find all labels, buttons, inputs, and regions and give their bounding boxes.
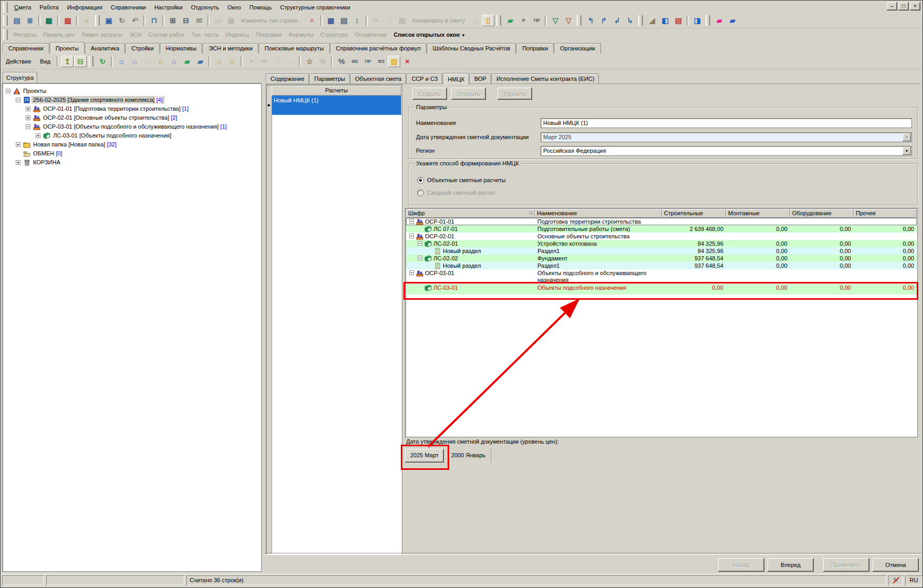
forward-button[interactable]: Вперед bbox=[768, 558, 814, 572]
index-percent-icon[interactable]: % bbox=[335, 56, 348, 67]
collapse-icon[interactable]: − bbox=[409, 270, 414, 275]
page-p-icon[interactable]: P bbox=[245, 56, 257, 67]
panel-toggle-тех-часть[interactable]: Тех. часть bbox=[188, 30, 222, 39]
toolbar-grip[interactable] bbox=[577, 15, 582, 26]
copy-page-icon[interactable]: □ bbox=[469, 15, 481, 26]
tree-item-label[interactable]: Проекты bbox=[22, 88, 47, 94]
workspace-tab[interactable]: Стройки bbox=[126, 43, 159, 54]
pink-book-icon[interactable]: ▰ bbox=[713, 15, 725, 26]
new-folder-icon[interactable]: ▨ bbox=[388, 56, 400, 67]
menu-item[interactable]: Помощь bbox=[245, 3, 276, 12]
tree-add-node-icon[interactable]: ≣ bbox=[24, 15, 36, 26]
view-menu[interactable]: Вид bbox=[36, 57, 55, 66]
indent-last-icon[interactable]: ↳ bbox=[624, 15, 636, 26]
print-rows-icon[interactable]: ▭ bbox=[212, 15, 224, 26]
column-header-values[interactable]: Монтажные bbox=[726, 209, 790, 218]
close-button[interactable]: × bbox=[910, 2, 920, 10]
table-row[interactable]: ЛС-03-01Объекты подсобного назначения0,0… bbox=[406, 284, 917, 295]
page-p-icon[interactable]: P bbox=[517, 15, 530, 26]
column-header-name[interactable]: Наименование bbox=[535, 209, 662, 218]
page-pr-icon[interactable]: ПР bbox=[530, 15, 543, 26]
table-row[interactable]: Новый разделРаздел1937 648,540,000,000,0… bbox=[406, 262, 917, 269]
column-header-values[interactable]: Оборудование bbox=[790, 209, 854, 218]
expand-icon[interactable]: + bbox=[26, 116, 30, 120]
minimize-button[interactable]: – bbox=[887, 2, 897, 10]
open-windows-button[interactable]: Список открытых окон▼ bbox=[390, 30, 469, 39]
copy-icon[interactable]: □ bbox=[383, 15, 396, 26]
menu-item[interactable]: Работа bbox=[35, 3, 63, 12]
machines-truck-icon[interactable]: ◧ bbox=[659, 15, 671, 26]
calc-list-header[interactable]: Расчеты bbox=[272, 86, 401, 96]
outdent-first-icon[interactable]: ↰ bbox=[584, 15, 597, 26]
materials-bricks-icon[interactable]: ▤ bbox=[672, 15, 685, 26]
copy-to-estimate-button[interactable]: Копировать в смету bbox=[409, 16, 469, 25]
combo-region[interactable]: Российская Федерация▼ bbox=[541, 146, 912, 156]
radio-option[interactable]: Сводный сметный расчет bbox=[417, 189, 495, 196]
toolbar-grip[interactable] bbox=[3, 15, 8, 26]
panel-toggle-панель-цен[interactable]: Панель цен bbox=[40, 30, 77, 39]
expand-icon[interactable]: + bbox=[16, 142, 20, 147]
apply-button[interactable]: Применить bbox=[823, 558, 869, 572]
menu-item[interactable]: Справочники bbox=[107, 3, 150, 12]
table-row[interactable]: −ЛС-02-02Фундамент937 648,540,000,000,00 bbox=[406, 255, 917, 262]
menu-item[interactable]: Отдохнуть bbox=[187, 3, 224, 12]
column-header-code[interactable]: Шифр△ bbox=[406, 209, 535, 218]
expand-icon[interactable]: + bbox=[26, 107, 30, 111]
tree-item-label[interactable]: Новая папка [Новая папка][32] bbox=[32, 141, 118, 148]
tree-item-label[interactable]: 256-02-2025 [Здание спортивного комплекс… bbox=[32, 97, 164, 103]
fz-page-icon[interactable]: ФЗ bbox=[375, 56, 387, 67]
workspace-tab[interactable]: Нормативы bbox=[160, 43, 203, 54]
panel-toggle-эсн[interactable]: ЭСН bbox=[126, 30, 145, 39]
open-button[interactable]: Открыть bbox=[451, 88, 486, 100]
radio-icon[interactable] bbox=[417, 177, 424, 184]
tree-item-label[interactable]: КОРЗИНА bbox=[32, 159, 61, 165]
objects-icon[interactable]: ⌂ bbox=[128, 56, 141, 67]
filter-edit-icon[interactable]: ▽ bbox=[549, 15, 562, 26]
house-export-icon[interactable]: ⌂ bbox=[226, 56, 238, 67]
detail-tab[interactable]: Объектная смета bbox=[350, 74, 407, 83]
filter-clear-icon[interactable]: ▽ bbox=[562, 15, 575, 26]
calc-list-item[interactable]: Новый НМЦК (1) bbox=[272, 96, 401, 115]
indent-icon[interactable]: ↲ bbox=[610, 15, 623, 26]
panel-toggle-формулы[interactable]: Формулы bbox=[285, 30, 317, 39]
search-people-icon[interactable]: ☆ bbox=[303, 56, 316, 67]
insert-row-pr-icon[interactable]: ⊟ bbox=[180, 15, 192, 26]
workspace-tab[interactable]: Справочники bbox=[3, 43, 49, 54]
tree-item[interactable]: +Новая папка [Новая папка][32] bbox=[3, 140, 261, 149]
insert-row-p-icon[interactable]: ⊞ bbox=[167, 15, 179, 26]
maximize-button[interactable]: □ bbox=[898, 2, 909, 10]
tree-item-label[interactable]: ОСР-02-01 [Основные объекты строительств… bbox=[42, 114, 178, 121]
detail-tab[interactable]: ВОР bbox=[470, 74, 491, 83]
workspace-tab[interactable]: Шаблоны Сводных Расчётов bbox=[427, 43, 516, 54]
toolbar-grip[interactable] bbox=[706, 15, 710, 26]
expand-icon[interactable]: + bbox=[16, 160, 20, 165]
tree-item[interactable]: +ЛС-03-01 [Объекты подсобного назначения… bbox=[3, 131, 261, 140]
menu-item[interactable]: Смета bbox=[10, 3, 35, 12]
workspace-tab[interactable]: Аналитика bbox=[85, 43, 125, 54]
move-down-icon[interactable]: ↓ bbox=[284, 56, 297, 67]
detail-tab[interactable]: НМЦК bbox=[443, 73, 469, 84]
cut-icon[interactable]: ✂ bbox=[370, 15, 382, 26]
folder-collapse-icon[interactable]: ⊟ bbox=[74, 56, 87, 67]
outdent-icon[interactable]: ↱ bbox=[597, 15, 610, 26]
column-header-values[interactable]: Строительные bbox=[662, 209, 726, 218]
paste-clipboard-icon[interactable]: ▯ bbox=[482, 15, 494, 26]
tab-structure[interactable]: Структура bbox=[3, 72, 37, 83]
workspace-tab[interactable]: Поправки bbox=[516, 43, 554, 54]
collapse-icon[interactable]: − bbox=[418, 256, 422, 260]
tree-item[interactable]: −256-02-2025 [Здание спортивного комплек… bbox=[3, 96, 261, 104]
toolbar-grip[interactable] bbox=[95, 15, 100, 26]
combo-approval-date[interactable]: Март 2025▼ bbox=[541, 132, 912, 142]
export-object-icon[interactable]: ⌂ bbox=[168, 56, 180, 67]
collapse-icon[interactable]: − bbox=[409, 219, 414, 224]
export-estimate-icon[interactable]: ▰ bbox=[194, 56, 206, 67]
detail-tab[interactable]: Содержание bbox=[266, 74, 309, 83]
panel-toggle-оглавление[interactable]: Оглавление bbox=[351, 30, 390, 39]
table-row[interactable]: −ОСР-03-01Объекты подсобного и обслужива… bbox=[406, 269, 917, 284]
menubar-grip[interactable] bbox=[3, 2, 8, 13]
paste-icon[interactable]: ▤ bbox=[396, 15, 409, 26]
pp-page-icon[interactable]: ПР bbox=[361, 56, 374, 67]
price-level-tab[interactable]: 2000 Январь bbox=[446, 449, 491, 463]
workspace-tab[interactable]: Проекты bbox=[50, 42, 85, 54]
toolbar-grip[interactable] bbox=[638, 15, 643, 26]
